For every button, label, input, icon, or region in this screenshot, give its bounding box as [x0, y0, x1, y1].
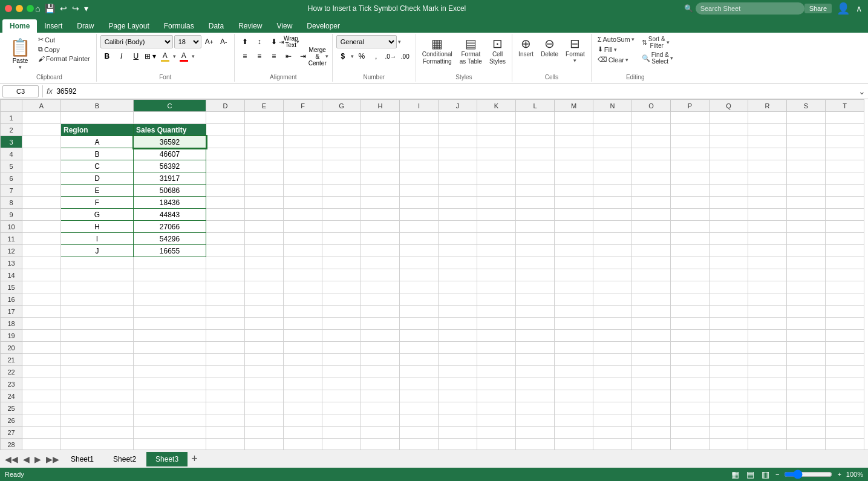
cell[interactable]	[361, 269, 400, 281]
cell[interactable]	[555, 209, 593, 221]
cell[interactable]	[826, 197, 864, 209]
cell[interactable]	[671, 245, 710, 257]
format-painter-button[interactable]: 🖌 Format Painter	[36, 54, 93, 63]
cell[interactable]	[134, 366, 206, 378]
cell[interactable]	[516, 245, 555, 257]
cell[interactable]	[477, 209, 516, 221]
cell[interactable]	[206, 354, 245, 366]
cell[interactable]	[748, 160, 787, 172]
scroll-tabs-right-button[interactable]: ▶▶	[44, 454, 62, 464]
cell[interactable]	[748, 185, 787, 197]
cell[interactable]	[593, 281, 632, 293]
cell[interactable]	[206, 390, 245, 402]
cell[interactable]: I	[61, 233, 134, 245]
page-layout-view-button[interactable]: ▤	[745, 470, 755, 479]
sheet-tab-1[interactable]: Sheet1	[62, 452, 103, 466]
home-icon[interactable]: ⌂	[34, 4, 41, 13]
cell[interactable]	[284, 281, 322, 293]
cell[interactable]	[439, 342, 477, 354]
cell[interactable]	[245, 124, 284, 136]
cell[interactable]	[22, 293, 61, 306]
cell[interactable]	[477, 233, 516, 245]
cell[interactable]	[748, 257, 787, 269]
cell[interactable]	[710, 439, 748, 450]
cell[interactable]	[555, 354, 593, 366]
cell[interactable]	[516, 269, 555, 281]
cell[interactable]	[245, 427, 284, 439]
delete-cells-button[interactable]: ⊖ Delete	[538, 35, 561, 71]
cell[interactable]	[826, 402, 864, 414]
insert-cells-button[interactable]: ⊕ Insert	[516, 35, 536, 71]
cell[interactable]	[322, 197, 361, 209]
cell[interactable]	[710, 427, 748, 439]
cell[interactable]	[439, 209, 477, 221]
cell[interactable]	[555, 414, 593, 427]
font-size-select[interactable]: 18	[174, 35, 201, 48]
cell[interactable]	[632, 354, 671, 366]
cell[interactable]	[787, 197, 826, 209]
cell[interactable]	[593, 221, 632, 233]
cell[interactable]	[632, 160, 671, 172]
cell[interactable]	[400, 354, 439, 366]
cell[interactable]	[787, 245, 826, 257]
cell[interactable]	[748, 354, 787, 366]
autosum-button[interactable]: Σ AutoSum ▾	[595, 35, 637, 44]
cell[interactable]	[206, 330, 245, 342]
cell[interactable]	[284, 160, 322, 172]
cell[interactable]	[134, 390, 206, 402]
cell[interactable]	[322, 318, 361, 330]
cell[interactable]	[284, 269, 322, 281]
cell[interactable]: 46607	[134, 148, 206, 160]
cell[interactable]	[555, 221, 593, 233]
tab-home[interactable]: Home	[2, 19, 37, 33]
cell[interactable]	[477, 160, 516, 172]
cell[interactable]	[671, 124, 710, 136]
increase-decimal-button[interactable]: .00	[399, 50, 412, 63]
tab-draw[interactable]: Draw	[70, 19, 101, 33]
cell[interactable]	[284, 233, 322, 245]
cell[interactable]	[439, 318, 477, 330]
cell[interactable]	[245, 185, 284, 197]
cell[interactable]	[439, 439, 477, 450]
cell[interactable]	[245, 306, 284, 318]
merge-center-button[interactable]: Merge & Center	[311, 50, 324, 63]
cell[interactable]	[516, 318, 555, 330]
cell[interactable]: E	[61, 185, 134, 197]
cell[interactable]	[22, 330, 61, 342]
search-input[interactable]	[696, 2, 804, 15]
cell[interactable]	[284, 209, 322, 221]
cell[interactable]	[439, 330, 477, 342]
cut-button[interactable]: ✂ Cut	[36, 35, 93, 44]
cell[interactable]	[516, 112, 555, 124]
cell[interactable]	[477, 390, 516, 402]
cell[interactable]	[555, 233, 593, 245]
cell[interactable]	[134, 354, 206, 366]
cell[interactable]	[787, 136, 826, 148]
cell[interactable]	[245, 209, 284, 221]
cell[interactable]	[322, 330, 361, 342]
minimize-button[interactable]	[16, 5, 23, 12]
cell[interactable]	[61, 330, 134, 342]
cell[interactable]	[361, 148, 400, 160]
cell[interactable]	[826, 378, 864, 390]
cell[interactable]	[245, 281, 284, 293]
cell[interactable]	[477, 330, 516, 342]
format-cells-button[interactable]: ⊟ Format ▾	[563, 35, 587, 71]
cell[interactable]	[826, 427, 864, 439]
cell[interactable]	[748, 402, 787, 414]
cell[interactable]	[826, 160, 864, 172]
align-left-button[interactable]: ≡	[238, 50, 252, 63]
cell[interactable]	[826, 354, 864, 366]
cell[interactable]	[593, 197, 632, 209]
cell[interactable]	[322, 245, 361, 257]
cell[interactable]	[206, 172, 245, 185]
cell[interactable]	[671, 402, 710, 414]
cell[interactable]	[826, 185, 864, 197]
cell[interactable]	[826, 414, 864, 427]
cell[interactable]	[322, 172, 361, 185]
cell[interactable]	[22, 124, 61, 136]
increase-font-button[interactable]: A+	[203, 35, 216, 48]
clear-button[interactable]: ⌫ Clear ▾	[595, 55, 637, 64]
cell[interactable]	[632, 439, 671, 450]
cell[interactable]	[516, 439, 555, 450]
